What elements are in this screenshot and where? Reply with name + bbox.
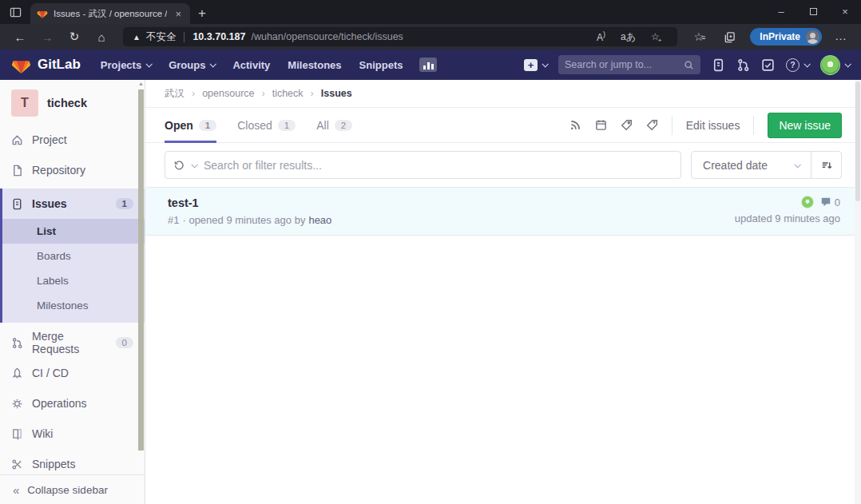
url-host: 10.3.70.187 bbox=[192, 31, 245, 42]
calendar-icon[interactable] bbox=[595, 119, 607, 131]
sort-control: Created date bbox=[691, 151, 842, 179]
sidebar-item-milestones[interactable]: Milestones bbox=[2, 293, 145, 318]
tab-close-icon[interactable]: × bbox=[173, 8, 184, 20]
new-menu-button[interactable]: + bbox=[524, 59, 547, 71]
help-menu[interactable]: ? bbox=[786, 58, 809, 72]
tab-all[interactable]: All2 bbox=[316, 108, 352, 142]
url-divider bbox=[184, 32, 184, 42]
assignee-avatar[interactable] bbox=[801, 196, 814, 208]
sidebar-issues-section: Issues 1 List Boards Labels Milestones bbox=[0, 189, 145, 323]
nav-snippets[interactable]: Snippets bbox=[352, 59, 411, 71]
export-icon[interactable] bbox=[646, 119, 658, 131]
history-icon[interactable] bbox=[173, 160, 184, 171]
breadcrumb-group[interactable]: 武汉 bbox=[165, 87, 184, 101]
filter-input[interactable] bbox=[204, 159, 673, 172]
browser-tab[interactable]: Issues - 武汉 / opensource / tich... × bbox=[30, 3, 190, 24]
rss-feed-icon[interactable] bbox=[569, 119, 581, 131]
breadcrumb-subgroup[interactable]: opensource bbox=[202, 88, 254, 99]
project-avatar: T bbox=[11, 89, 38, 117]
todos-icon[interactable] bbox=[761, 58, 775, 72]
tab-actions-icon[interactable] bbox=[0, 0, 30, 24]
issues-count-badge: 1 bbox=[116, 198, 133, 209]
browser-menu-icon[interactable]: … bbox=[830, 29, 853, 46]
merge-requests-count-badge: 0 bbox=[116, 337, 133, 348]
sort-dropdown[interactable]: Created date bbox=[692, 159, 811, 172]
sidebar-scrollbar[interactable]: ▲ bbox=[137, 80, 145, 504]
comments-link[interactable]: 0 bbox=[820, 196, 840, 208]
translate-icon[interactable]: aあ bbox=[616, 30, 641, 44]
search-icon bbox=[684, 60, 694, 70]
collapse-sidebar-button[interactable]: « Collapse sidebar bbox=[0, 474, 145, 504]
nav-groups[interactable]: Groups bbox=[161, 59, 222, 71]
filter-search-bar[interactable] bbox=[165, 151, 681, 179]
global-search-input[interactable] bbox=[565, 59, 679, 70]
maximize-button[interactable] bbox=[797, 0, 829, 24]
nav-activity[interactable]: Activity bbox=[225, 59, 277, 71]
sidebar-scrollbar-thumb[interactable] bbox=[138, 89, 144, 450]
page-scrollbar[interactable] bbox=[855, 80, 861, 504]
new-tab-button[interactable]: + bbox=[190, 3, 214, 24]
issue-author[interactable]: heao bbox=[308, 214, 331, 226]
issue-title[interactable]: test-1 bbox=[168, 196, 199, 209]
minimize-button[interactable]: – bbox=[765, 0, 797, 24]
scissors-icon bbox=[11, 458, 23, 470]
issue-meta: #1 · opened 9 minutes ago by heao bbox=[168, 214, 735, 226]
sort-direction-button[interactable] bbox=[811, 152, 841, 178]
issue-ref: #1 bbox=[168, 214, 179, 226]
forward-button[interactable]: → bbox=[35, 30, 59, 44]
closed-count-badge: 1 bbox=[278, 120, 296, 131]
sidebar-item-wiki[interactable]: Wiki bbox=[0, 419, 145, 449]
chevron-down-icon[interactable] bbox=[191, 161, 197, 168]
gitlab-wordmark[interactable]: GitLab bbox=[38, 57, 81, 73]
analytics-icon[interactable] bbox=[419, 58, 437, 72]
address-bar[interactable]: ▲ 不安全 10.3.70.187/wuhan/opensource/tiche… bbox=[123, 27, 677, 46]
breadcrumb-project[interactable]: ticheck bbox=[272, 88, 304, 99]
sidebar-item-merge-requests[interactable]: Merge Requests 0 bbox=[0, 327, 145, 358]
issue-updated: updated 9 minutes ago bbox=[735, 212, 840, 224]
security-warning-icon: ▲ bbox=[133, 33, 141, 42]
tab-closed[interactable]: Closed1 bbox=[237, 108, 296, 142]
nav-projects[interactable]: Projects bbox=[93, 59, 158, 71]
page-scrollbar-thumb[interactable] bbox=[855, 81, 860, 201]
filter-row: Created date bbox=[165, 151, 842, 179]
global-search[interactable] bbox=[558, 55, 700, 74]
sidebar-item-project[interactable]: Project bbox=[0, 125, 145, 155]
book-icon bbox=[11, 428, 23, 440]
help-icon: ? bbox=[786, 58, 800, 72]
browser-titlebar: Issues - 武汉 / opensource / tich... × + –… bbox=[0, 0, 861, 24]
label-icon[interactable] bbox=[621, 119, 633, 131]
sidebar-item-operations[interactable]: Operations bbox=[0, 388, 145, 419]
security-label: 不安全 bbox=[146, 30, 177, 44]
sidebar-item-labels[interactable]: Labels bbox=[2, 268, 145, 293]
sidebar-item-repository[interactable]: Repository bbox=[0, 155, 145, 185]
sidebar-item-boards[interactable]: Boards bbox=[2, 244, 145, 268]
collections-icon[interactable] bbox=[717, 30, 742, 43]
add-favorite-icon[interactable]: ☆+ bbox=[646, 31, 668, 42]
refresh-button[interactable]: ↻ bbox=[62, 30, 86, 44]
sidebar-item-list[interactable]: List bbox=[2, 219, 145, 244]
user-menu[interactable] bbox=[820, 55, 850, 75]
tab-open[interactable]: Open1 bbox=[165, 108, 216, 142]
window-close-button[interactable]: × bbox=[829, 0, 861, 24]
sidebar-item-issues[interactable]: Issues 1 bbox=[2, 189, 145, 219]
new-issue-button[interactable]: New issue bbox=[768, 113, 842, 138]
read-aloud-icon[interactable]: A) bbox=[592, 30, 610, 43]
merge-requests-icon[interactable] bbox=[736, 58, 750, 72]
gitlab-logo-icon[interactable] bbox=[11, 55, 31, 75]
back-button[interactable]: ← bbox=[8, 30, 32, 44]
issue-row[interactable]: test-1 #1 · opened 9 minutes ago by heao… bbox=[145, 187, 861, 236]
project-header[interactable]: T ticheck bbox=[0, 80, 145, 125]
home-button[interactable]: ⌂ bbox=[89, 30, 113, 44]
gear-icon bbox=[11, 398, 23, 410]
inprivate-badge[interactable]: InPrivate bbox=[750, 28, 822, 46]
browser-profile-avatar bbox=[806, 30, 819, 44]
issues-dashboard-icon[interactable] bbox=[712, 58, 725, 72]
sidebar-item-ci-cd[interactable]: CI / CD bbox=[0, 358, 145, 388]
document-icon bbox=[11, 165, 23, 177]
favorites-bar-icon[interactable]: ☆≡ bbox=[687, 30, 714, 43]
edit-issues-button[interactable]: Edit issues bbox=[686, 119, 740, 132]
nav-milestones[interactable]: Milestones bbox=[280, 59, 348, 71]
issues-icon bbox=[11, 198, 23, 210]
home-icon bbox=[11, 134, 23, 146]
comments-count: 0 bbox=[835, 196, 840, 208]
